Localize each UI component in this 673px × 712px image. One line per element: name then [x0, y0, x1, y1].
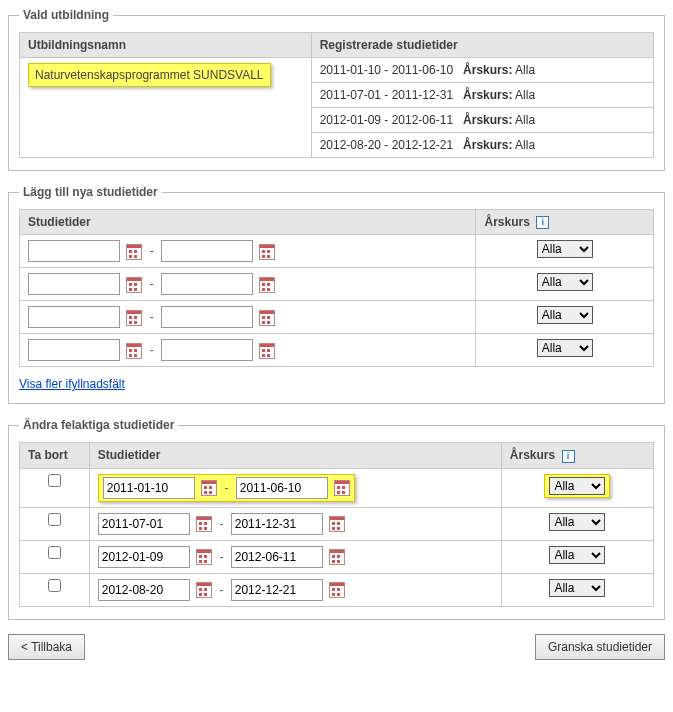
add-row-0: - Alla: [20, 235, 654, 268]
add-to-0[interactable]: [161, 240, 253, 262]
add-col-arskurs: Årskurs i: [476, 210, 654, 235]
col-utbildningsnamn: Utbildningsnamn: [20, 33, 312, 58]
reg-arskurs-label-3: Årskurs:: [463, 138, 512, 152]
reg-range-1: 2011-07-01 - 2011-12-31: [320, 88, 453, 102]
add-legend: Lägg till nya studietider: [19, 185, 162, 199]
add-to-2[interactable]: [161, 306, 253, 328]
edit-arskurs-0[interactable]: Alla: [549, 477, 605, 495]
delete-checkbox-1[interactable]: [48, 513, 61, 526]
edit-to-0[interactable]: [236, 477, 328, 499]
add-arskurs-1[interactable]: Alla: [537, 273, 593, 291]
review-button[interactable]: Granska studietider: [535, 634, 665, 660]
edit-row-3: - Alla: [20, 573, 654, 606]
reg-range-0: 2011-01-10 - 2011-06-10: [320, 63, 453, 77]
edit-from-0[interactable]: [103, 477, 195, 499]
info-icon[interactable]: i: [536, 216, 549, 229]
edit-row-2: - Alla: [20, 540, 654, 573]
edit-col-arskurs-label: Årskurs: [510, 448, 555, 462]
add-col-arskurs-label: Årskurs: [484, 215, 529, 229]
calendar-icon[interactable]: [126, 277, 142, 293]
reg-arskurs-0: Alla: [515, 63, 535, 77]
reg-arskurs-label-0: Årskurs:: [463, 63, 512, 77]
calendar-icon[interactable]: [329, 516, 345, 532]
edit-col-tider: Studietider: [89, 443, 501, 468]
calendar-icon[interactable]: [329, 582, 345, 598]
add-from-2[interactable]: [28, 306, 120, 328]
add-col-tider: Studietider: [20, 210, 476, 235]
calendar-icon[interactable]: [126, 343, 142, 359]
calendar-icon[interactable]: [196, 582, 212, 598]
calendar-icon[interactable]: [259, 244, 275, 260]
add-row-3: - Alla: [20, 334, 654, 367]
calendar-icon[interactable]: [259, 277, 275, 293]
show-more-fields-link[interactable]: Visa fler ifyllnadsfält: [19, 377, 125, 391]
info-icon[interactable]: i: [562, 450, 575, 463]
calendar-icon[interactable]: [259, 310, 275, 326]
calendar-icon[interactable]: [126, 244, 142, 260]
calendar-icon[interactable]: [329, 549, 345, 565]
vald-utbildning-table: Utbildningsnamn Registrerade studietider…: [19, 32, 654, 158]
edit-arskurs-3[interactable]: Alla: [549, 579, 605, 597]
edit-row-1: - Alla: [20, 507, 654, 540]
edit-to-2[interactable]: [231, 546, 323, 568]
edit-arskurs-highlight-0: Alla: [544, 474, 610, 498]
edit-col-arskurs: Årskurs i: [501, 443, 653, 468]
add-row-1: - Alla: [20, 268, 654, 301]
add-to-1[interactable]: [161, 273, 253, 295]
reg-arskurs-2: Alla: [515, 113, 535, 127]
edit-section: Ändra felaktiga studietider Ta bort Stud…: [8, 418, 665, 619]
edit-daterange-highlight-0: -: [98, 474, 355, 502]
add-arskurs-0[interactable]: Alla: [537, 240, 593, 258]
edit-row-0: - Alla: [20, 468, 654, 507]
edit-arskurs-2[interactable]: Alla: [549, 546, 605, 564]
calendar-icon[interactable]: [196, 549, 212, 565]
reg-arskurs-label-2: Årskurs:: [463, 113, 512, 127]
calendar-icon[interactable]: [334, 480, 350, 496]
calendar-icon[interactable]: [196, 516, 212, 532]
delete-checkbox-3[interactable]: [48, 579, 61, 592]
back-button[interactable]: < Tillbaka: [8, 634, 85, 660]
edit-from-1[interactable]: [98, 513, 190, 535]
add-arskurs-3[interactable]: Alla: [537, 339, 593, 357]
reg-arskurs-3: Alla: [515, 138, 535, 152]
calendar-icon[interactable]: [126, 310, 142, 326]
reg-range-3: 2012-08-20 - 2012-12-21: [320, 138, 453, 152]
reg-arskurs-label-1: Årskurs:: [463, 88, 512, 102]
edit-to-1[interactable]: [231, 513, 323, 535]
program-name-highlighted: Naturvetenskapsprogrammet SUNDSVALL: [28, 63, 271, 87]
delete-checkbox-0[interactable]: [48, 474, 61, 487]
add-from-0[interactable]: [28, 240, 120, 262]
edit-from-3[interactable]: [98, 579, 190, 601]
reg-arskurs-1: Alla: [515, 88, 535, 102]
add-arskurs-2[interactable]: Alla: [537, 306, 593, 324]
range-sep: -: [146, 244, 158, 258]
col-registrerade: Registrerade studietider: [311, 33, 653, 58]
calendar-icon[interactable]: [201, 480, 217, 496]
button-bar: < Tillbaka Granska studietider: [8, 634, 665, 660]
add-to-3[interactable]: [161, 339, 253, 361]
calendar-icon[interactable]: [259, 343, 275, 359]
add-section: Lägg till nya studietider Studietider År…: [8, 185, 665, 404]
add-from-3[interactable]: [28, 339, 120, 361]
add-table: Studietider Årskurs i - Alla: [19, 209, 654, 367]
edit-from-2[interactable]: [98, 546, 190, 568]
edit-col-tabort: Ta bort: [20, 443, 90, 468]
vald-utbildning-legend: Vald utbildning: [19, 8, 113, 22]
add-from-1[interactable]: [28, 273, 120, 295]
edit-arskurs-1[interactable]: Alla: [549, 513, 605, 531]
add-row-2: - Alla: [20, 301, 654, 334]
reg-range-2: 2012-01-09 - 2012-06-11: [320, 113, 453, 127]
delete-checkbox-2[interactable]: [48, 546, 61, 559]
edit-table: Ta bort Studietider Årskurs i -: [19, 442, 654, 606]
edit-legend: Ändra felaktiga studietider: [19, 418, 178, 432]
edit-to-3[interactable]: [231, 579, 323, 601]
vald-utbildning-section: Vald utbildning Utbildningsnamn Registre…: [8, 8, 665, 171]
